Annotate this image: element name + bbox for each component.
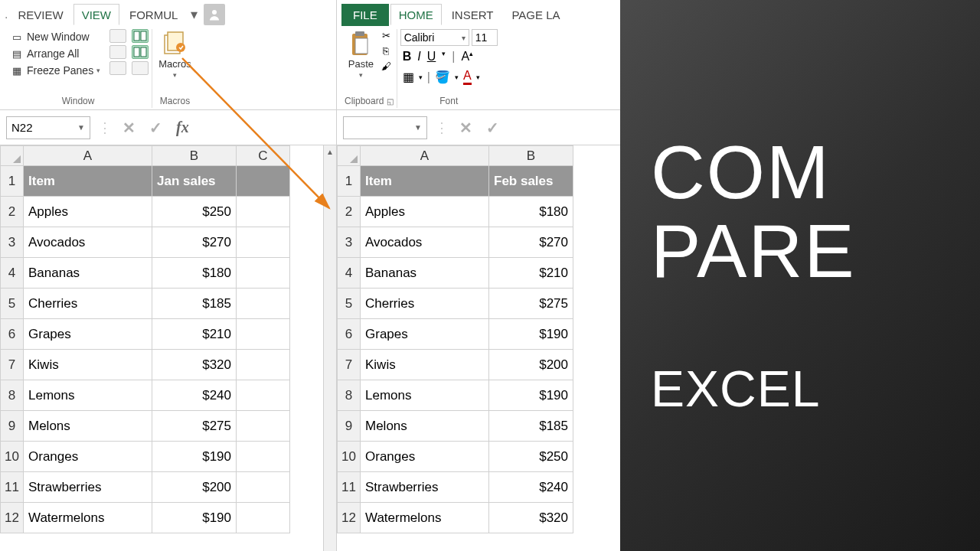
cell[interactable] [237, 380, 290, 411]
cell[interactable]: Jan sales [152, 166, 237, 197]
cell[interactable]: $275 [489, 289, 573, 319]
row-header[interactable]: 9 [1, 411, 24, 442]
arrange-all-button[interactable]: ▤ Arrange All [8, 46, 103, 61]
row-header[interactable]: 1 [1, 166, 24, 197]
increase-font-icon[interactable]: A▴ [461, 50, 473, 64]
sync-scroll-button[interactable] [132, 45, 149, 59]
row-header[interactable]: 12 [338, 503, 361, 533]
reset-window-icon[interactable] [132, 61, 149, 75]
cell[interactable]: Strawberries [24, 472, 152, 503]
macros-button[interactable]: Macros ▾ [155, 29, 194, 80]
tab-formulas[interactable]: FORMUL [121, 4, 186, 25]
row-header[interactable]: 5 [1, 289, 24, 319]
cell[interactable]: $190 [152, 503, 237, 533]
cell[interactable]: Melons [24, 411, 152, 442]
cancel-icon[interactable]: ✕ [119, 119, 139, 137]
tab-review[interactable]: REVIEW [9, 4, 71, 25]
cell[interactable]: $320 [489, 503, 573, 533]
cell[interactable]: Bananas [361, 258, 489, 289]
col-header[interactable]: A [24, 146, 152, 166]
paste-button[interactable]: Paste ▾ [345, 29, 377, 80]
cell[interactable]: $250 [489, 442, 573, 472]
cell[interactable]: $190 [489, 380, 573, 411]
col-header[interactable]: B [152, 146, 237, 166]
grid-right[interactable]: A B 1ItemFeb sales2Apples$1803Avocados$2… [337, 145, 620, 551]
fill-color-icon[interactable]: 🪣 [435, 70, 450, 84]
tab-overflow-icon[interactable]: ▾ [191, 6, 198, 23]
cell[interactable]: Cherries [24, 289, 152, 319]
cell[interactable] [237, 350, 290, 380]
row-header[interactable]: 11 [1, 472, 24, 503]
cell[interactable]: Bananas [24, 258, 152, 289]
cell[interactable]: Kiwis [24, 350, 152, 380]
row-header[interactable]: 4 [338, 258, 361, 289]
cell[interactable]: Grapes [361, 319, 489, 350]
view-side-by-side-button[interactable] [132, 29, 149, 43]
row-header[interactable]: 8 [1, 380, 24, 411]
cell[interactable]: $180 [489, 197, 573, 227]
row-header[interactable]: 7 [338, 350, 361, 380]
font-size-select[interactable]: 11 [472, 29, 498, 46]
cell[interactable]: Melons [361, 411, 489, 442]
cell[interactable] [237, 258, 290, 289]
cell[interactable]: $200 [152, 472, 237, 503]
font-color-icon[interactable]: A [463, 69, 472, 85]
cell[interactable]: $185 [489, 411, 573, 442]
col-header[interactable]: A [361, 146, 489, 166]
cell[interactable]: Apples [361, 197, 489, 227]
row-header[interactable]: 6 [338, 319, 361, 350]
row-header[interactable]: 1 [338, 166, 361, 197]
col-header[interactable]: B [489, 146, 573, 166]
cell[interactable]: Cherries [361, 289, 489, 319]
cell[interactable] [237, 442, 290, 472]
row-header[interactable]: 5 [338, 289, 361, 319]
row-header[interactable]: 8 [338, 380, 361, 411]
tab-home[interactable]: HOME [390, 4, 442, 25]
row-header[interactable]: 2 [338, 197, 361, 227]
borders-icon[interactable]: ▦ [403, 70, 414, 84]
cell[interactable]: $270 [152, 227, 237, 258]
name-box-left[interactable]: N22 ▼ [6, 116, 90, 139]
cell[interactable]: Lemons [24, 380, 152, 411]
confirm-icon[interactable]: ✓ [146, 119, 165, 137]
cell[interactable] [237, 166, 290, 197]
cell[interactable]: Feb sales [489, 166, 573, 197]
cell[interactable]: Strawberries [361, 472, 489, 503]
vertical-scrollbar[interactable]: ▲ [323, 145, 336, 551]
cell[interactable] [237, 197, 290, 227]
row-header[interactable]: 11 [338, 472, 361, 503]
cell[interactable]: Grapes [24, 319, 152, 350]
cell[interactable]: Item [24, 166, 152, 197]
row-header[interactable]: 12 [1, 503, 24, 533]
select-all-corner[interactable] [338, 146, 361, 166]
row-header[interactable]: 10 [1, 442, 24, 472]
cell[interactable] [237, 227, 290, 258]
format-painter-icon[interactable]: 🖌 [379, 60, 393, 72]
cell[interactable] [237, 319, 290, 350]
name-box-right[interactable]: ▼ [343, 116, 427, 139]
cell[interactable]: $250 [152, 197, 237, 227]
row-header[interactable]: 6 [1, 319, 24, 350]
cell[interactable]: $210 [489, 258, 573, 289]
hide-icon[interactable] [109, 45, 126, 59]
cell[interactable]: $190 [152, 442, 237, 472]
font-name-select[interactable]: Calibri▾ [400, 29, 469, 46]
row-header[interactable]: 4 [1, 258, 24, 289]
cell[interactable]: Avocados [24, 227, 152, 258]
row-header[interactable]: 7 [1, 350, 24, 380]
cell[interactable]: $275 [152, 411, 237, 442]
row-header[interactable]: 3 [338, 227, 361, 258]
cell[interactable]: $240 [152, 380, 237, 411]
bold-button[interactable]: B [403, 50, 412, 64]
cell[interactable]: Item [361, 166, 489, 197]
cell[interactable]: Oranges [24, 442, 152, 472]
split-icon[interactable] [109, 29, 126, 43]
cell[interactable]: $210 [152, 319, 237, 350]
scroll-up-icon[interactable]: ▲ [324, 145, 336, 158]
tab-view[interactable]: VIEW [74, 4, 119, 25]
cell[interactable]: $185 [152, 289, 237, 319]
cell[interactable] [237, 503, 290, 533]
italic-button[interactable]: I [417, 50, 420, 64]
cell[interactable]: $240 [489, 472, 573, 503]
cell[interactable]: Kiwis [361, 350, 489, 380]
